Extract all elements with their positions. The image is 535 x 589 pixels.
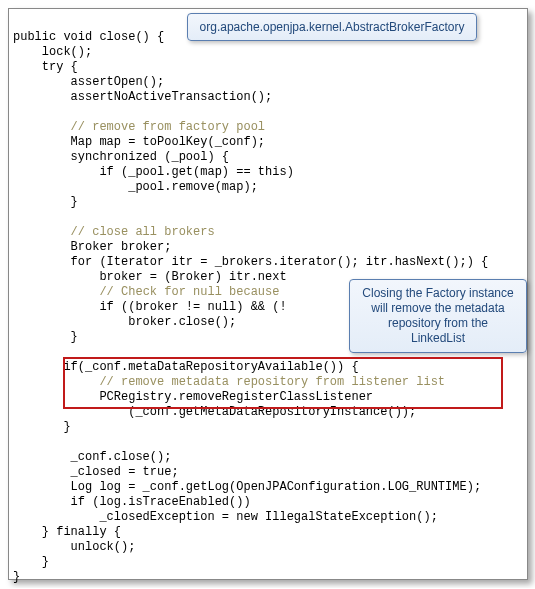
code-line: broker.close(); [13,315,236,329]
code-comment: // close all brokers [13,225,215,239]
code-line: Map map = toPoolKey(_conf); [13,135,265,149]
code-line: } [13,555,49,569]
code-line: unlock(); [13,540,135,554]
code-line: } [13,195,78,209]
code-line: for (Iterator itr = _brokers.iterator();… [13,255,488,269]
code-line: if(_conf.metaDataRepositoryAvailable()) … [13,360,359,374]
code-line: if (log.isTraceEnabled()) [13,495,251,509]
code-line: _closed = true; [13,465,179,479]
callout-explanation: Closing the Factory instance will remove… [349,279,527,353]
code-line: if ((broker != null) && (! [13,300,287,314]
code-line: _closedException = new IllegalStateExcep… [13,510,438,524]
code-line: assertOpen(); [13,75,164,89]
code-line: } [13,420,71,434]
callout-text: Closing the Factory instance will remove… [362,286,513,345]
code-line: } finally { [13,525,121,539]
code-line: } [13,330,78,344]
code-line: if (_pool.get(map) == this) [13,165,294,179]
code-line: (_conf.getMetaDataRepositoryInstance()); [13,405,416,419]
code-comment: // remove from factory pool [13,120,265,134]
code-line: _conf.close(); [13,450,171,464]
code-line: // Check for null because [13,285,279,299]
code-line: Log log = _conf.getLog(OpenJPAConfigurat… [13,480,481,494]
callout-text: org.apache.openjpa.kernel.AbstractBroker… [200,20,465,34]
code-line: Broker broker; [13,240,171,254]
code-line: assertNoActiveTransaction(); [13,90,272,104]
code-line: broker = (Broker) itr.next [13,270,287,284]
code-line: } [13,570,20,584]
code-line: _pool.remove(map); [13,180,258,194]
code-comment: // remove metadata repository from liste… [13,375,445,389]
code-line: synchronized (_pool) { [13,150,229,164]
callout-class-path: org.apache.openjpa.kernel.AbstractBroker… [187,13,477,41]
code-comment: // Check for null because [99,285,279,299]
code-line: public void close() { [13,30,164,44]
code-panel: public void close() { lock(); try { asse… [8,8,528,580]
code-line: lock(); [13,45,92,59]
code-line: PCRegistry.removeRegisterClassListener [13,390,373,404]
code-line: try { [13,60,78,74]
